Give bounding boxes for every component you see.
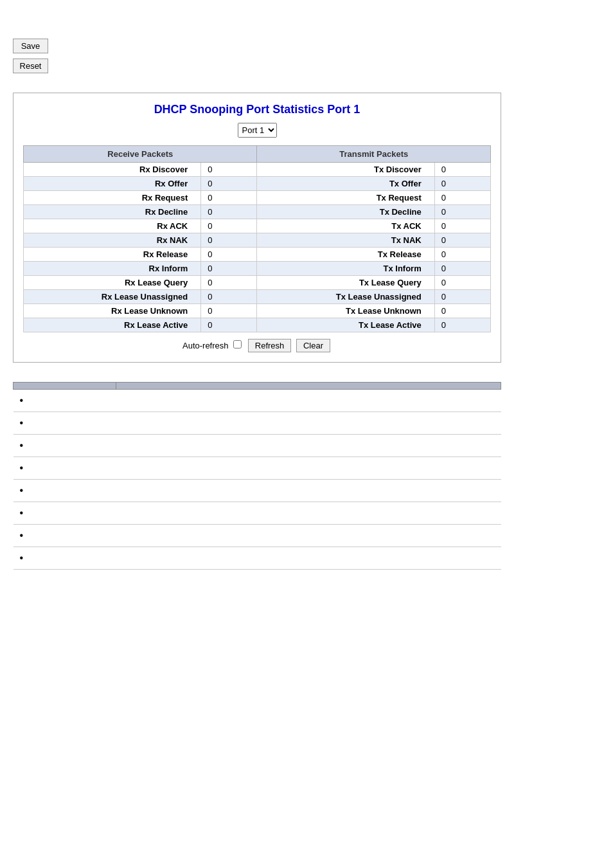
rx-value: 0 [201, 219, 257, 233]
tx-value: 0 [434, 205, 490, 219]
rx-value: 0 [201, 163, 257, 177]
table-row: Rx NAK0Tx NAK0 [24, 233, 491, 248]
tx-label: Tx Release [257, 248, 434, 262]
rx-value: 0 [201, 205, 257, 219]
content-cell [116, 390, 501, 412]
tx-value: 0 [434, 191, 490, 205]
tx-value: 0 [434, 163, 490, 177]
tx-label: Tx Discover [257, 163, 434, 177]
table-row: Rx Release0Tx Release0 [24, 248, 491, 262]
rx-header: Receive Packets [24, 146, 257, 163]
tx-value: 0 [434, 248, 490, 262]
list-item: • [13, 435, 501, 457]
rx-value: 0 [201, 262, 257, 276]
bullet-cell: • [13, 547, 116, 570]
lower-table: •••••••• [13, 382, 501, 570]
content-cell [116, 525, 501, 547]
table-row: Rx Request0Tx Request0 [24, 191, 491, 205]
auto-refresh-checkbox[interactable] [233, 340, 242, 348]
rx-label: Rx Release [24, 248, 201, 262]
content-cell [116, 480, 501, 502]
rx-label: Rx Discover [24, 163, 201, 177]
bullet-cell: • [13, 435, 116, 457]
rx-label: Rx Lease Unknown [24, 304, 201, 318]
bullet-cell: • [13, 480, 116, 502]
list-item: • [13, 412, 501, 435]
table-row: Rx Inform0Tx Inform0 [24, 262, 491, 276]
list-item: • [13, 502, 501, 525]
rx-value: 0 [201, 233, 257, 248]
clear-button[interactable]: Clear [296, 339, 330, 352]
rx-label: Rx Request [24, 191, 201, 205]
tx-value: 0 [434, 276, 490, 290]
rx-value: 0 [201, 177, 257, 191]
top-buttons-section: Save Reset [13, 39, 600, 73]
content-cell [116, 435, 501, 457]
stats-title: DHCP Snooping Port Statistics Port 1 [23, 103, 491, 116]
rx-value: 0 [201, 248, 257, 262]
tx-label: Tx Lease Active [257, 318, 434, 332]
bullet-cell: • [13, 457, 116, 480]
refresh-button[interactable]: Refresh [248, 339, 292, 352]
lower-col2-header [116, 383, 501, 390]
bullet-cell: • [13, 412, 116, 435]
table-row: Rx Lease Query0Tx Lease Query0 [24, 276, 491, 290]
tx-label: Tx Decline [257, 205, 434, 219]
content-cell [116, 457, 501, 480]
tx-label: Tx Offer [257, 177, 434, 191]
content-cell [116, 502, 501, 525]
tx-label: Tx Request [257, 191, 434, 205]
rx-label: Rx Inform [24, 262, 201, 276]
content-cell [116, 547, 501, 570]
tx-label: Tx NAK [257, 233, 434, 248]
lower-col1-header [13, 383, 116, 390]
rx-value: 0 [201, 191, 257, 205]
tx-label: Tx Inform [257, 262, 434, 276]
stats-table: Receive Packets Transmit Packets Rx Disc… [23, 145, 491, 332]
table-row: Rx ACK0Tx ACK0 [24, 219, 491, 233]
list-item: • [13, 390, 501, 412]
auto-refresh-row: Auto-refresh Refresh Clear [23, 339, 491, 352]
list-item: • [13, 525, 501, 547]
save-button[interactable]: Save [13, 39, 48, 53]
table-row: Rx Lease Active0Tx Lease Active0 [24, 318, 491, 332]
tx-value: 0 [434, 290, 490, 304]
list-item: • [13, 480, 501, 502]
port-selector-row: Port 1Port 2Port 3Port 4 [23, 123, 491, 138]
rx-label: Rx Offer [24, 177, 201, 191]
port-select[interactable]: Port 1Port 2Port 3Port 4 [238, 123, 277, 138]
table-row: Rx Lease Unknown0Tx Lease Unknown0 [24, 304, 491, 318]
list-item: • [13, 547, 501, 570]
rx-label: Rx ACK [24, 219, 201, 233]
auto-refresh-label: Auto-refresh [182, 341, 229, 350]
tx-value: 0 [434, 177, 490, 191]
table-row: Rx Decline0Tx Decline0 [24, 205, 491, 219]
tx-header: Transmit Packets [257, 146, 491, 163]
rx-value: 0 [201, 276, 257, 290]
tx-value: 0 [434, 262, 490, 276]
rx-value: 0 [201, 318, 257, 332]
tx-value: 0 [434, 233, 490, 248]
tx-value: 0 [434, 219, 490, 233]
tx-label: Tx Lease Query [257, 276, 434, 290]
rx-label: Rx Lease Active [24, 318, 201, 332]
rx-label: Rx Decline [24, 205, 201, 219]
table-row: Rx Offer0Tx Offer0 [24, 177, 491, 191]
bullet-cell: • [13, 502, 116, 525]
rx-label: Rx Lease Query [24, 276, 201, 290]
tx-value: 0 [434, 318, 490, 332]
rx-label: Rx NAK [24, 233, 201, 248]
rx-value: 0 [201, 304, 257, 318]
rx-value: 0 [201, 290, 257, 304]
tx-label: Tx ACK [257, 219, 434, 233]
table-row: Rx Discover0Tx Discover0 [24, 163, 491, 177]
content-cell [116, 412, 501, 435]
stats-panel: DHCP Snooping Port Statistics Port 1 Por… [13, 93, 501, 363]
tx-label: Tx Lease Unassigned [257, 290, 434, 304]
reset-button[interactable]: Reset [13, 59, 48, 73]
tx-label: Tx Lease Unknown [257, 304, 434, 318]
bullet-cell: • [13, 525, 116, 547]
list-item: • [13, 457, 501, 480]
table-row: Rx Lease Unassigned0Tx Lease Unassigned0 [24, 290, 491, 304]
bullet-cell: • [13, 390, 116, 412]
